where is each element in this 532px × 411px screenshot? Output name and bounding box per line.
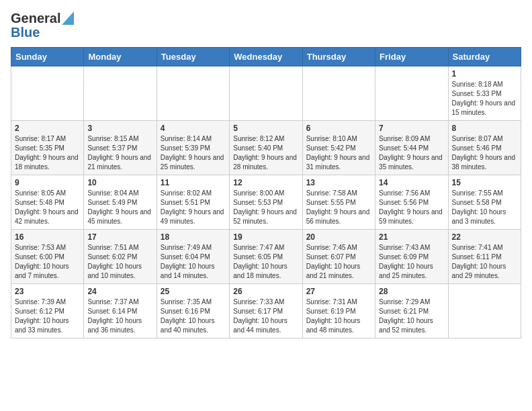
day-number: 22 xyxy=(452,232,517,242)
calendar-cell xyxy=(84,66,157,121)
day-info: Sunrise: 8:07 AM Sunset: 5:46 PM Dayligh… xyxy=(452,134,517,172)
calendar-cell: 9Sunrise: 8:05 AM Sunset: 5:48 PM Daylig… xyxy=(11,175,84,230)
day-number: 18 xyxy=(161,232,226,242)
calendar-cell xyxy=(448,284,521,338)
calendar-cell: 13Sunrise: 7:58 AM Sunset: 5:55 PM Dayli… xyxy=(302,175,375,230)
calendar-cell xyxy=(375,66,448,121)
calendar-cell: 7Sunrise: 8:09 AM Sunset: 5:44 PM Daylig… xyxy=(375,121,448,175)
calendar-cell: 5Sunrise: 8:12 AM Sunset: 5:40 PM Daylig… xyxy=(230,121,302,175)
day-number: 28 xyxy=(379,287,444,296)
day-number: 23 xyxy=(15,287,80,296)
calendar-header-row: SundayMondayTuesdayWednesdayThursdayFrid… xyxy=(11,48,521,66)
week-row-1: 1Sunrise: 8:18 AM Sunset: 5:33 PM Daylig… xyxy=(11,66,521,121)
header: General Blue xyxy=(11,11,521,40)
day-number: 27 xyxy=(306,287,371,296)
day-number: 5 xyxy=(233,124,298,133)
calendar-cell: 20Sunrise: 7:45 AM Sunset: 6:07 PM Dayli… xyxy=(302,230,375,284)
day-number: 24 xyxy=(87,287,152,296)
calendar-cell: 25Sunrise: 7:35 AM Sunset: 6:16 PM Dayli… xyxy=(157,284,229,338)
day-info: Sunrise: 8:05 AM Sunset: 5:48 PM Dayligh… xyxy=(15,189,80,226)
day-info: Sunrise: 8:15 AM Sunset: 5:37 PM Dayligh… xyxy=(87,134,152,172)
day-info: Sunrise: 8:12 AM Sunset: 5:40 PM Dayligh… xyxy=(233,134,298,172)
calendar-cell: 22Sunrise: 7:41 AM Sunset: 6:11 PM Dayli… xyxy=(448,230,521,284)
day-number: 14 xyxy=(379,178,444,187)
day-number: 16 xyxy=(15,232,80,242)
day-info: Sunrise: 7:53 AM Sunset: 6:00 PM Dayligh… xyxy=(15,243,80,281)
calendar-cell xyxy=(157,66,229,121)
day-header-thursday: Thursday xyxy=(302,48,375,66)
logo-general-text: General xyxy=(11,11,60,26)
day-number: 19 xyxy=(233,232,298,242)
day-number: 4 xyxy=(161,124,226,133)
day-info: Sunrise: 7:49 AM Sunset: 6:04 PM Dayligh… xyxy=(161,243,226,281)
day-info: Sunrise: 8:10 AM Sunset: 5:42 PM Dayligh… xyxy=(306,134,371,172)
day-info: Sunrise: 7:35 AM Sunset: 6:16 PM Dayligh… xyxy=(161,298,226,335)
calendar-cell: 12Sunrise: 8:00 AM Sunset: 5:53 PM Dayli… xyxy=(230,175,302,230)
day-info: Sunrise: 7:58 AM Sunset: 5:55 PM Dayligh… xyxy=(306,189,371,226)
day-info: Sunrise: 7:43 AM Sunset: 6:09 PM Dayligh… xyxy=(379,243,444,281)
day-info: Sunrise: 7:29 AM Sunset: 6:21 PM Dayligh… xyxy=(379,298,444,335)
calendar-cell: 14Sunrise: 7:56 AM Sunset: 5:56 PM Dayli… xyxy=(375,175,448,230)
day-header-tuesday: Tuesday xyxy=(157,48,229,66)
calendar-cell: 3Sunrise: 8:15 AM Sunset: 5:37 PM Daylig… xyxy=(84,121,157,175)
week-row-2: 2Sunrise: 8:17 AM Sunset: 5:35 PM Daylig… xyxy=(11,121,521,175)
calendar-cell xyxy=(302,66,375,121)
day-number: 3 xyxy=(87,124,152,133)
calendar-cell: 16Sunrise: 7:53 AM Sunset: 6:00 PM Dayli… xyxy=(11,230,84,284)
calendar-cell xyxy=(230,66,302,121)
day-number: 15 xyxy=(452,178,517,187)
day-info: Sunrise: 7:31 AM Sunset: 6:19 PM Dayligh… xyxy=(306,298,371,335)
calendar-cell: 10Sunrise: 8:04 AM Sunset: 5:49 PM Dayli… xyxy=(84,175,157,230)
day-header-friday: Friday xyxy=(375,48,448,66)
calendar-cell: 18Sunrise: 7:49 AM Sunset: 6:04 PM Dayli… xyxy=(157,230,229,284)
calendar-cell: 19Sunrise: 7:47 AM Sunset: 6:05 PM Dayli… xyxy=(230,230,302,284)
day-info: Sunrise: 7:37 AM Sunset: 6:14 PM Dayligh… xyxy=(87,298,152,335)
day-info: Sunrise: 8:00 AM Sunset: 5:53 PM Dayligh… xyxy=(233,189,298,226)
calendar-cell: 24Sunrise: 7:37 AM Sunset: 6:14 PM Dayli… xyxy=(84,284,157,338)
day-number: 7 xyxy=(379,124,444,133)
day-info: Sunrise: 7:51 AM Sunset: 6:02 PM Dayligh… xyxy=(87,243,152,281)
day-number: 13 xyxy=(306,178,371,187)
day-info: Sunrise: 8:17 AM Sunset: 5:35 PM Dayligh… xyxy=(15,134,80,172)
logo-icon xyxy=(62,11,74,25)
calendar-cell: 1Sunrise: 8:18 AM Sunset: 5:33 PM Daylig… xyxy=(448,66,521,121)
day-info: Sunrise: 8:02 AM Sunset: 5:51 PM Dayligh… xyxy=(161,189,226,226)
logo-blue-text: Blue xyxy=(11,25,74,40)
calendar-cell: 27Sunrise: 7:31 AM Sunset: 6:19 PM Dayli… xyxy=(302,284,375,338)
week-row-4: 16Sunrise: 7:53 AM Sunset: 6:00 PM Dayli… xyxy=(11,230,521,284)
day-info: Sunrise: 7:56 AM Sunset: 5:56 PM Dayligh… xyxy=(379,189,444,226)
calendar-cell: 2Sunrise: 8:17 AM Sunset: 5:35 PM Daylig… xyxy=(11,121,84,175)
calendar-cell: 8Sunrise: 8:07 AM Sunset: 5:46 PM Daylig… xyxy=(448,121,521,175)
day-info: Sunrise: 7:55 AM Sunset: 5:58 PM Dayligh… xyxy=(452,189,517,226)
day-info: Sunrise: 7:39 AM Sunset: 6:12 PM Dayligh… xyxy=(15,298,80,335)
calendar-cell: 21Sunrise: 7:43 AM Sunset: 6:09 PM Dayli… xyxy=(375,230,448,284)
day-number: 20 xyxy=(306,232,371,242)
calendar-cell: 11Sunrise: 8:02 AM Sunset: 5:51 PM Dayli… xyxy=(157,175,229,230)
calendar-cell: 28Sunrise: 7:29 AM Sunset: 6:21 PM Dayli… xyxy=(375,284,448,338)
day-number: 9 xyxy=(15,178,80,187)
day-info: Sunrise: 7:41 AM Sunset: 6:11 PM Dayligh… xyxy=(452,243,517,281)
day-info: Sunrise: 8:18 AM Sunset: 5:33 PM Dayligh… xyxy=(452,80,517,118)
day-info: Sunrise: 7:45 AM Sunset: 6:07 PM Dayligh… xyxy=(306,243,371,281)
svg-marker-0 xyxy=(62,11,74,25)
day-info: Sunrise: 8:14 AM Sunset: 5:39 PM Dayligh… xyxy=(161,134,226,172)
day-number: 26 xyxy=(233,287,298,296)
day-info: Sunrise: 7:33 AM Sunset: 6:17 PM Dayligh… xyxy=(233,298,298,335)
day-header-saturday: Saturday xyxy=(448,48,521,66)
week-row-5: 23Sunrise: 7:39 AM Sunset: 6:12 PM Dayli… xyxy=(11,284,521,338)
calendar-cell: 15Sunrise: 7:55 AM Sunset: 5:58 PM Dayli… xyxy=(448,175,521,230)
calendar-cell: 17Sunrise: 7:51 AM Sunset: 6:02 PM Dayli… xyxy=(84,230,157,284)
day-header-monday: Monday xyxy=(84,48,157,66)
day-info: Sunrise: 8:09 AM Sunset: 5:44 PM Dayligh… xyxy=(379,134,444,172)
calendar-cell: 23Sunrise: 7:39 AM Sunset: 6:12 PM Dayli… xyxy=(11,284,84,338)
day-number: 11 xyxy=(161,178,226,187)
calendar-cell: 4Sunrise: 8:14 AM Sunset: 5:39 PM Daylig… xyxy=(157,121,229,175)
day-number: 17 xyxy=(87,232,152,242)
day-info: Sunrise: 8:04 AM Sunset: 5:49 PM Dayligh… xyxy=(87,189,152,226)
day-header-sunday: Sunday xyxy=(11,48,84,66)
calendar-cell: 26Sunrise: 7:33 AM Sunset: 6:17 PM Dayli… xyxy=(230,284,302,338)
day-info: Sunrise: 7:47 AM Sunset: 6:05 PM Dayligh… xyxy=(233,243,298,281)
week-row-3: 9Sunrise: 8:05 AM Sunset: 5:48 PM Daylig… xyxy=(11,175,521,230)
day-number: 1 xyxy=(452,69,517,79)
calendar-table: SundayMondayTuesdayWednesdayThursdayFrid… xyxy=(11,47,521,338)
